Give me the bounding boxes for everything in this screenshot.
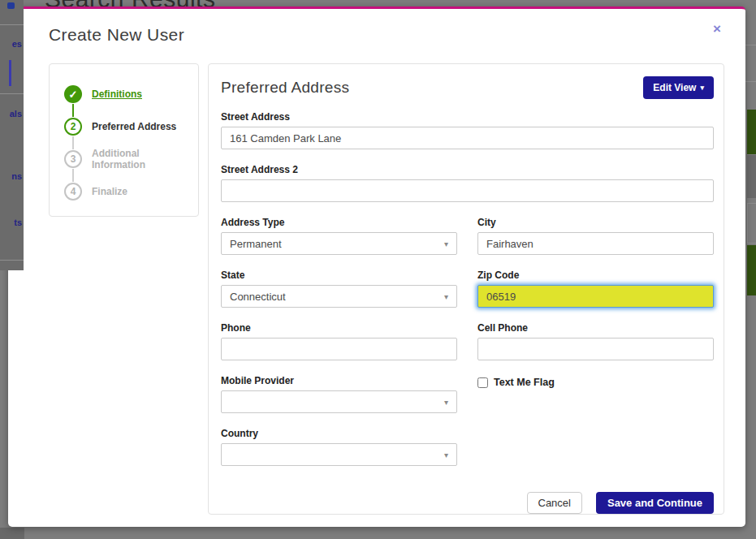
close-icon[interactable]: × bbox=[713, 22, 721, 36]
edit-view-label: Edit View bbox=[653, 82, 696, 93]
check-icon: ✓ bbox=[64, 85, 82, 103]
step-connector bbox=[72, 136, 74, 149]
country-select[interactable]: ▾ bbox=[221, 443, 457, 466]
background-input-fragment bbox=[9, 60, 11, 86]
modal-title: Create New User bbox=[49, 25, 184, 45]
wizard-step-label: Additional Information bbox=[92, 148, 184, 170]
address-type-value: Permanent bbox=[230, 238, 282, 250]
step-number: 2 bbox=[64, 118, 82, 136]
background-dark-block bbox=[747, 155, 756, 198]
background-green-button bbox=[747, 245, 756, 295]
background-right-strip bbox=[745, 0, 756, 539]
chevron-down-icon: ▾ bbox=[444, 398, 448, 407]
chevron-down-icon: ▾ bbox=[444, 292, 448, 301]
background-nav-fragment: es bbox=[12, 39, 22, 49]
preferred-address-form: Preferred Address Edit View ▾ Street Add… bbox=[208, 63, 724, 515]
wizard-step-label: Finalize bbox=[92, 186, 127, 197]
step-connector bbox=[72, 169, 74, 182]
background-nav-icon bbox=[7, 2, 15, 9]
phone-label: Phone bbox=[221, 322, 457, 334]
background-outline-block bbox=[747, 203, 756, 244]
address-type-select[interactable]: Permanent ▾ bbox=[221, 232, 457, 255]
wizard-step-label[interactable]: Definitions bbox=[92, 88, 142, 100]
address-type-label: Address Type bbox=[221, 217, 457, 228]
background-nav-fragment: ns bbox=[11, 171, 22, 181]
street-address-2-input[interactable] bbox=[221, 179, 714, 202]
zip-code-label: Zip Code bbox=[477, 270, 714, 281]
background-green-button bbox=[747, 110, 756, 154]
background-sidebar-strip: es als ns ts bbox=[0, 0, 24, 270]
wizard-step-label: Preferred Address bbox=[92, 121, 176, 132]
zip-code-input[interactable] bbox=[477, 285, 714, 308]
city-input[interactable] bbox=[477, 232, 714, 255]
chevron-down-icon: ▾ bbox=[444, 239, 448, 248]
wizard-step-preferred-address[interactable]: 2 Preferred Address bbox=[64, 118, 184, 136]
step-number: 4 bbox=[64, 183, 82, 201]
chevron-down-icon: ▾ bbox=[700, 84, 704, 92]
text-me-flag-label: Text Me Flag bbox=[494, 377, 555, 388]
wizard-steps-panel: ✓ Definitions 2 Preferred Address 3 Addi… bbox=[49, 63, 199, 217]
wizard-step-finalize: 4 Finalize bbox=[64, 183, 184, 201]
phone-input[interactable] bbox=[221, 338, 457, 360]
street-address-2-label: Street Address 2 bbox=[221, 164, 714, 175]
background-nav-fragment: als bbox=[10, 109, 22, 119]
create-new-user-modal: Create New User × ✓ Definitions 2 Prefer… bbox=[8, 6, 745, 527]
state-select[interactable]: Connecticut ▾ bbox=[221, 285, 457, 308]
background-bottom-block bbox=[0, 528, 24, 539]
street-address-label: Street Address bbox=[221, 111, 714, 123]
state-value: Connecticut bbox=[230, 291, 286, 303]
street-address-input[interactable] bbox=[221, 127, 714, 149]
wizard-step-definitions[interactable]: ✓ Definitions bbox=[64, 85, 184, 103]
state-label: State bbox=[221, 270, 457, 281]
cell-phone-label: Cell Phone bbox=[477, 322, 714, 334]
cancel-button[interactable]: Cancel bbox=[527, 492, 582, 514]
background-nav-fragment: ts bbox=[14, 218, 22, 227]
step-connector bbox=[72, 104, 74, 117]
form-heading: Preferred Address bbox=[221, 76, 349, 97]
wizard-step-additional-information: 3 Additional Information bbox=[64, 150, 184, 168]
cell-phone-input[interactable] bbox=[477, 338, 714, 360]
city-label: City bbox=[477, 217, 714, 228]
save-and-continue-button[interactable]: Save and Continue bbox=[596, 492, 714, 514]
country-label: Country bbox=[221, 428, 457, 439]
text-me-flag-checkbox[interactable] bbox=[477, 377, 488, 388]
edit-view-button[interactable]: Edit View ▾ bbox=[643, 76, 714, 99]
mobile-provider-select[interactable]: ▾ bbox=[221, 390, 457, 413]
mobile-provider-label: Mobile Provider bbox=[221, 375, 457, 386]
step-number: 3 bbox=[64, 150, 82, 168]
chevron-down-icon: ▾ bbox=[444, 451, 448, 459]
